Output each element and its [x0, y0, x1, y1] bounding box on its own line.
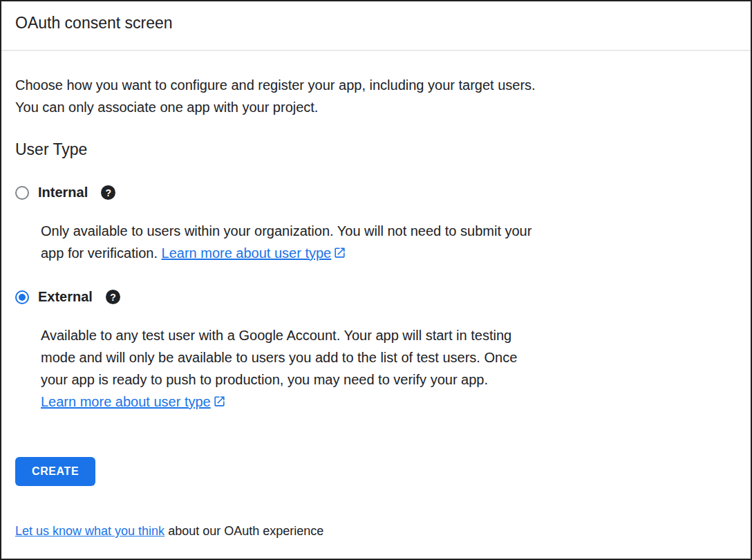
- footer-feedback: Let us know what you think about our OAu…: [15, 522, 734, 540]
- radio-option-internal[interactable]: Internal ?: [15, 185, 734, 200]
- help-icon[interactable]: ?: [101, 185, 115, 200]
- feedback-link[interactable]: Let us know what you think: [15, 524, 164, 538]
- open-in-new-icon: [333, 246, 346, 259]
- radio-internal[interactable]: [15, 186, 29, 200]
- radio-internal-label: Internal: [38, 185, 88, 200]
- open-in-new-icon: [213, 395, 226, 408]
- learn-more-link-label: Learn more about user type: [41, 394, 211, 409]
- header-divider: [1, 50, 751, 51]
- intro-text: Choose how you want to configure and reg…: [15, 74, 547, 118]
- external-description-text: Available to any test user with a Google…: [41, 328, 517, 387]
- page-header: OAuth consent screen: [1, 1, 751, 33]
- radio-external[interactable]: [15, 290, 29, 304]
- learn-more-link-internal[interactable]: Learn more about user type: [162, 245, 347, 261]
- radio-option-external[interactable]: External ?: [15, 289, 734, 305]
- help-icon[interactable]: ?: [106, 290, 120, 304]
- radio-external-label: External: [38, 289, 93, 305]
- create-button[interactable]: CREATE: [15, 457, 95, 486]
- page-title: OAuth consent screen: [15, 12, 734, 33]
- learn-more-link-label: Learn more about user type: [162, 245, 332, 261]
- main-content: Choose how you want to configure and reg…: [1, 74, 751, 540]
- footer-text: about our OAuth experience: [164, 524, 323, 538]
- user-type-heading: User Type: [15, 139, 734, 160]
- internal-description: Only available to users within your orga…: [41, 220, 533, 264]
- learn-more-link-external[interactable]: Learn more about user type: [41, 394, 226, 409]
- external-description: Available to any test user with a Google…: [41, 324, 533, 413]
